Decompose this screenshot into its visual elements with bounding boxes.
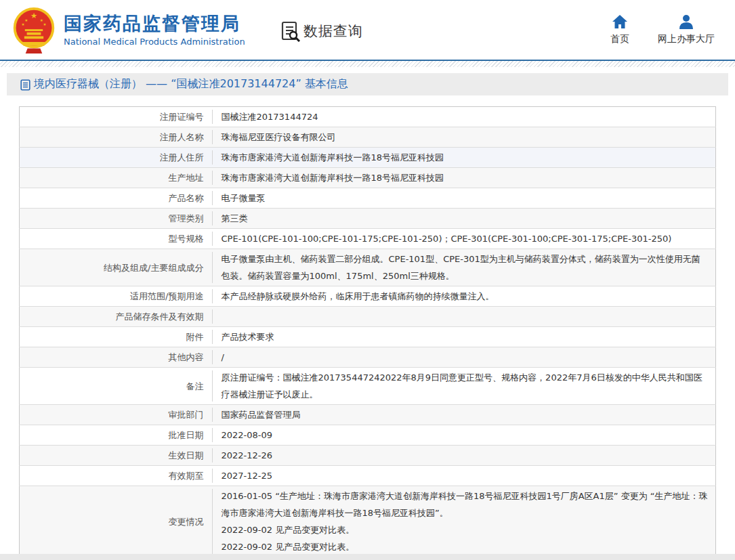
data-query-label: 数据查询 xyxy=(303,22,363,41)
row-value: 珠海市唐家港湾大道创新海岸科技一路18号福尼亚科技园 xyxy=(212,148,716,168)
row-label: 注册人住所 xyxy=(20,148,212,168)
row-value: 珠海福尼亚医疗设备有限公司 xyxy=(212,127,716,148)
row-label: 适用范围/预期用途 xyxy=(20,286,212,307)
row-value: 2022-08-09 xyxy=(212,425,716,446)
row-value: 国械注准20173144724 xyxy=(212,107,716,127)
table-row: 审批部门国家药品监督管理局 xyxy=(20,405,716,425)
header-stripe-band xyxy=(0,61,735,67)
row-label: 审批部门 xyxy=(20,405,212,425)
table-row: 有效期至2027-12-25 xyxy=(20,466,716,486)
info-table-body: 注册证编号国械注准20173144724注册人名称珠海福尼亚医疗设备有限公司注册… xyxy=(20,107,716,560)
row-label: 注册证编号 xyxy=(20,107,212,127)
org-name-en: National Medical Products Administration xyxy=(64,37,245,47)
table-row: 管理类别第三类 xyxy=(20,209,716,229)
table-row: 适用范围/预期用途本产品经静脉或硬膜外给药，临床用于患者镇痛药物的持续微量注入。 xyxy=(20,286,716,307)
row-value: 电子微量泵由主机、储药装置二部分组成。CPE-101型、CPE-301型为主机与… xyxy=(212,249,716,286)
row-label: 产品储存条件及有效期 xyxy=(20,307,212,327)
table-row: 产品名称电子微量泵 xyxy=(20,188,716,209)
page-title: 境内医疗器械（注册） —— “国械注准20173144724” 基本信息 xyxy=(34,77,348,91)
svg-text:★: ★ xyxy=(21,22,24,26)
row-label: 有效期至 xyxy=(20,466,212,486)
row-label: 变更情况 xyxy=(20,486,212,557)
home-icon xyxy=(612,14,628,29)
nmpa-emblem-logo: ★ ★ ★ ★ ★ xyxy=(11,6,57,55)
nav-item-home[interactable]: 首页 xyxy=(610,14,629,45)
row-value: 2027-12-25 xyxy=(212,466,716,486)
info-table-wrap: 注册证编号国械注准20173144724注册人名称珠海福尼亚医疗设备有限公司注册… xyxy=(19,106,716,560)
data-query-icon xyxy=(280,20,301,42)
row-label: 注册人名称 xyxy=(20,127,212,148)
row-label: 产品名称 xyxy=(20,188,212,209)
svg-text:★: ★ xyxy=(24,18,28,22)
header: ★ ★ ★ ★ ★ 国家药品监督管理局 National Medical Pro… xyxy=(0,0,735,60)
table-row: 附件产品技术要求 xyxy=(20,327,716,347)
table-row: 生效日期2022-12-26 xyxy=(20,446,716,466)
row-label: 其他内容 xyxy=(20,347,212,368)
svg-text:★: ★ xyxy=(43,22,47,26)
row-value: / xyxy=(212,347,716,368)
svg-text:★: ★ xyxy=(40,18,43,22)
row-value: 珠海市唐家港湾大道创新海岸科技一路18号福尼亚科技园 xyxy=(212,168,716,188)
footer-strip xyxy=(0,554,735,560)
row-label: 生产地址 xyxy=(20,168,212,188)
table-row: 注册证编号国械注准20173144724 xyxy=(20,107,716,127)
row-label: 管理类别 xyxy=(20,209,212,229)
table-row: 批准日期2022-08-09 xyxy=(20,425,716,446)
org-name-cn: 国家药品监督管理局 xyxy=(64,13,245,35)
main-content: 境内医疗器械（注册） —— “国械注准20173144724” 基本信息 注册证… xyxy=(7,73,728,560)
row-label: 结构及组成/主要组成成分 xyxy=(20,249,212,286)
row-value: 产品技术要求 xyxy=(212,327,716,347)
row-value: CPE-101(CPE-101-100;CPE-101-175;CPE-101-… xyxy=(212,229,716,249)
table-row: 产品储存条件及有效期 xyxy=(20,307,716,327)
page-title-bar: 境内医疗器械（注册） —— “国械注准20173144724” 基本信息 xyxy=(7,73,728,95)
header-nav: 首页 网上办事大厅 xyxy=(610,14,715,45)
info-table: 注册证编号国械注准20173144724注册人名称珠海福尼亚医疗设备有限公司注册… xyxy=(19,106,716,560)
row-label: 备注 xyxy=(20,368,212,405)
row-value: 本产品经静脉或硬膜外给药，临床用于患者镇痛药物的持续微量注入。 xyxy=(212,286,716,307)
row-label: 批准日期 xyxy=(20,425,212,446)
row-value: 2022-12-26 xyxy=(212,446,716,466)
table-row: 注册人名称珠海福尼亚医疗设备有限公司 xyxy=(20,127,716,148)
data-query-section[interactable]: 数据查询 xyxy=(280,20,363,42)
org-title-block: 国家药品监督管理局 National Medical Products Admi… xyxy=(64,13,245,47)
nav-label-service-hall: 网上办事大厅 xyxy=(658,33,715,45)
table-row: 备注原注册证编号：国械注准201735447242022年8月9日同意更正型号、… xyxy=(20,368,716,405)
row-value: 电子微量泵 xyxy=(212,188,716,209)
row-label: 生效日期 xyxy=(20,446,212,466)
table-row: 其他内容/ xyxy=(20,347,716,368)
user-icon xyxy=(678,14,694,29)
row-value: 国家药品监督管理局 xyxy=(212,405,716,425)
row-label: 附件 xyxy=(20,327,212,347)
row-label: 型号规格 xyxy=(20,229,212,249)
document-icon xyxy=(20,79,30,91)
table-row: 生产地址珠海市唐家港湾大道创新海岸科技一路18号福尼亚科技园 xyxy=(20,168,716,188)
row-value xyxy=(212,307,716,327)
table-row: 变更情况2016-01-05 “生产地址：珠海市唐家港湾大道创新海岸科技一路18… xyxy=(20,486,716,557)
table-row: 注册人住所珠海市唐家港湾大道创新海岸科技一路18号福尼亚科技园 xyxy=(20,148,716,168)
nav-item-service-hall[interactable]: 网上办事大厅 xyxy=(658,14,715,45)
row-value: 原注册证编号：国械注准201735447242022年8月9日同意更正型号、规格… xyxy=(212,368,716,405)
table-row: 型号规格CPE-101(CPE-101-100;CPE-101-175;CPE-… xyxy=(20,229,716,249)
row-value: 第三类 xyxy=(212,209,716,229)
nav-label-home: 首页 xyxy=(610,33,629,45)
table-row: 结构及组成/主要组成成分电子微量泵由主机、储药装置二部分组成。CPE-101型、… xyxy=(20,249,716,286)
row-value: 2016-01-05 “生产地址：珠海市唐家港湾大道创新海岸科技一路18号福尼亚… xyxy=(212,486,716,557)
svg-text:★: ★ xyxy=(30,11,37,20)
